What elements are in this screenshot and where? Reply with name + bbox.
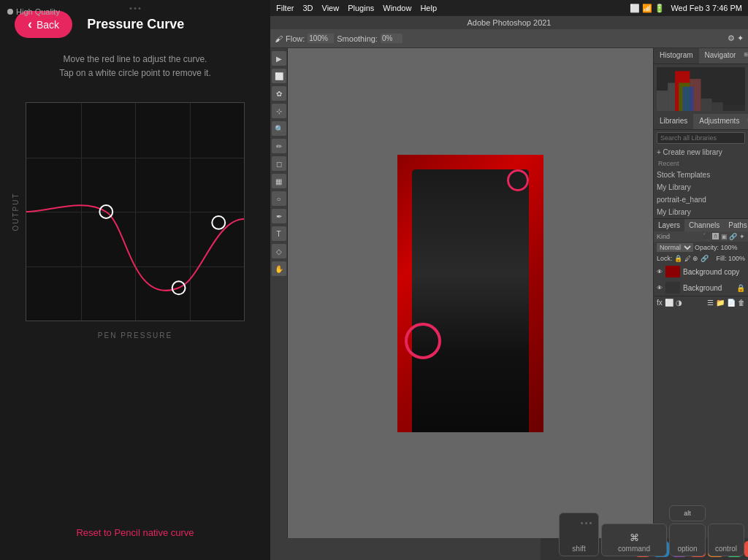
axis-output-label: OUTPUT — [12, 193, 20, 231]
move-tool[interactable]: ▶ — [272, 51, 286, 66]
panel-menu-icon[interactable]: ≡ — [741, 48, 748, 64]
brush-tool[interactable]: ✏ — [272, 139, 286, 153]
new-layer-icon[interactable]: 📄 — [727, 299, 736, 307]
layer-eye-icon[interactable]: 👁 — [657, 269, 663, 275]
lock-icons: Lock: 🔒 🖊 ⊕ 🔗 — [657, 255, 709, 262]
lock-fill-row: Lock: 🔒 🖊 ⊕ 🔗 Fill: 100% — [654, 253, 748, 264]
flow-input[interactable] — [308, 34, 334, 43]
ps-title-bar: Adobe Photoshop 2021 — [270, 16, 748, 29]
gradient-tool[interactable]: ▦ — [272, 174, 286, 188]
hand-tool[interactable]: ✋ — [272, 261, 286, 276]
libraries-tabs: Libraries Adjustments ≡ — [654, 114, 748, 130]
tab-histogram[interactable]: Histogram — [654, 48, 699, 64]
add-layer-icon[interactable]: ☰ — [707, 299, 714, 307]
svg-rect-7 — [712, 102, 723, 111]
lasso-tool[interactable]: ✿ — [272, 86, 286, 101]
kind-label: Kind — [657, 233, 670, 240]
command-key[interactable]: ⌘ command — [601, 523, 667, 556]
layer-item-bg-copy[interactable]: 👁 Background copy — [654, 264, 748, 280]
library-item-stock[interactable]: Stock Templates — [654, 169, 748, 181]
layer-item-bg[interactable]: 👁 Background 🔒 — [654, 280, 748, 296]
control-key[interactable]: control — [708, 523, 744, 556]
opacity-label: Opacity: 100% — [695, 244, 738, 251]
text-tool[interactable]: T — [272, 226, 286, 241]
library-item-my[interactable]: My Library — [654, 181, 748, 193]
tab-libraries[interactable]: Libraries — [654, 114, 693, 129]
fx-icon[interactable]: fx — [657, 299, 663, 307]
alt-key[interactable]: alt — [669, 505, 706, 521]
tab-navigator[interactable]: Navigator — [699, 48, 742, 64]
tab-adjustments[interactable]: Adjustments — [693, 114, 745, 129]
option-key[interactable]: option — [669, 523, 706, 556]
library-item-my2[interactable]: My Library — [654, 206, 748, 218]
ps-main: ▶ ⬜ ✿ ⊹ 🔍 ✏ ◻ ▦ ○ ✒ T ◇ ✋ — [270, 48, 748, 538]
drag-indicator — [130, 7, 141, 9]
blend-mode-select[interactable]: Normal — [657, 243, 693, 252]
layer-actions: fx ⬜ ◑ ☰ 📁 📄 🗑 — [654, 296, 748, 309]
shape-tool[interactable]: ◇ — [272, 244, 286, 258]
photo-person — [412, 169, 529, 432]
photo-container — [397, 155, 543, 432]
histogram-tabs: Histogram Navigator ≡ — [654, 48, 748, 64]
menu-filter[interactable]: Filter — [276, 4, 294, 12]
filter-icons: ⬛ 🅰 ▣ 🔗 ✦ — [703, 233, 745, 240]
tab-paths[interactable]: Paths — [724, 219, 748, 231]
folder-icon[interactable]: 📁 — [716, 299, 725, 307]
pen-tool[interactable]: ✒ — [272, 209, 286, 223]
delete-layer-icon[interactable]: 🗑 — [738, 299, 745, 307]
svg-rect-0 — [657, 91, 668, 111]
eyedrop-tool[interactable]: 🔍 — [272, 121, 286, 136]
ps-panels: Histogram Navigator ≡ — [653, 48, 748, 538]
eraser-tool[interactable]: ◻ — [272, 156, 286, 171]
fill-label: Fill: 100% — [716, 255, 745, 262]
add-mask-icon[interactable]: ⬜ — [665, 299, 673, 307]
dodge-tool[interactable]: ○ — [272, 191, 286, 206]
menu-help[interactable]: Help — [420, 4, 437, 12]
menu-plugins[interactable]: Plugins — [348, 4, 374, 12]
panel-title: Pressure Curve — [87, 17, 184, 32]
right-panel: Filter 3D View Plugins Window Help ⬜ 📶 🔋… — [270, 0, 748, 560]
blend-opacity-row: Normal Opacity: 100% — [654, 242, 748, 253]
layers-tabs: Layers Channels Paths ≡ — [654, 219, 748, 231]
reset-link[interactable]: Reset to Pencil native curve — [76, 527, 194, 538]
library-item-portrait[interactable]: portrait-e_hand — [654, 193, 748, 206]
tab-channels[interactable]: Channels — [684, 219, 724, 231]
keyboard-keys: shift ⌘ command alt option control — [555, 502, 748, 560]
create-library-button[interactable]: + Create new library — [654, 146, 748, 158]
library-search-input[interactable] — [657, 132, 745, 144]
mac-menu-bar: Filter 3D View Plugins Window Help ⬜ 📶 🔋… — [270, 0, 748, 16]
crop-tool[interactable]: ⊹ — [272, 104, 286, 118]
select-tool[interactable]: ⬜ — [272, 69, 286, 83]
menu-window[interactable]: Window — [383, 4, 411, 12]
svg-rect-5 — [682, 87, 693, 111]
layer-eye-icon-2[interactable]: 👁 — [657, 285, 663, 291]
recent-label: Recent — [654, 158, 748, 169]
tab-layers[interactable]: Layers — [654, 219, 684, 231]
curve-point-1 — [99, 205, 112, 218]
svg-rect-8 — [723, 104, 745, 111]
menu-3d[interactable]: 3D — [302, 4, 313, 12]
histogram-display — [657, 67, 745, 111]
circle-indicator-top — [507, 169, 529, 191]
layer-thumb-bg-copy — [665, 266, 680, 277]
option-key-group: alt option — [669, 505, 706, 556]
layers-panel: Layers Channels Paths ≡ Kind ⬛ 🅰 ▣ 🔗 ✦ N… — [654, 218, 748, 309]
add-adjustment-icon[interactable]: ◑ — [676, 299, 682, 307]
menu-view[interactable]: View — [322, 4, 340, 12]
shift-key[interactable]: shift — [559, 513, 599, 556]
instructions: Move the red line to adjust the curve. T… — [59, 53, 210, 80]
system-icons: ⬜ 📶 🔋 — [630, 4, 665, 13]
smoothing-input[interactable] — [381, 34, 402, 43]
curve-point-3 — [212, 216, 225, 229]
ps-tools: ▶ ⬜ ✿ ⊹ 🔍 ✏ ◻ ▦ ○ ✒ T ◇ ✋ — [270, 48, 288, 538]
svg-rect-1 — [668, 83, 675, 111]
libraries-menu-icon[interactable]: ≡ — [745, 114, 748, 129]
brush-icon: 🖌 — [275, 34, 283, 43]
quality-badge: High Quality — [7, 7, 60, 16]
histogram-svg — [657, 67, 745, 111]
chart-area: OUTPUT PEN PRESSURE — [26, 102, 245, 321]
lock-icon: 🔒 — [736, 284, 745, 292]
ps-toolbar: 🖌 Flow: Smoothing: ⚙ ✦ — [270, 29, 748, 48]
menu-left: Filter 3D View Plugins Window Help — [276, 4, 437, 12]
svg-rect-6 — [701, 99, 712, 111]
